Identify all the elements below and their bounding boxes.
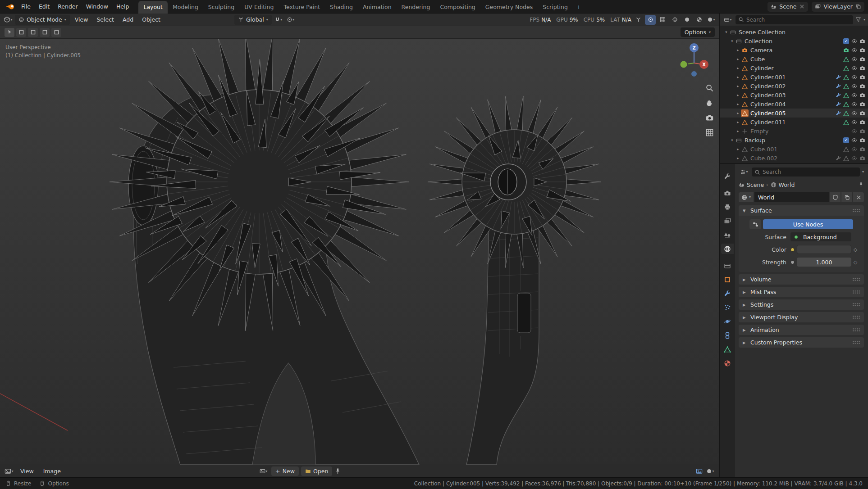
workspace-tab-uv-editing[interactable]: UV Editing [239, 1, 279, 14]
disclosure-icon[interactable]: ▾ [723, 30, 729, 34]
image-display-button[interactable]: ▾ [705, 466, 716, 476]
properties-search[interactable] [752, 168, 860, 177]
shading-rendered-button[interactable]: ▾ [706, 15, 717, 25]
unlink-scene-icon[interactable] [799, 4, 805, 9]
viewport-menu-add[interactable]: Add [119, 15, 137, 24]
disable-in-renders-camera-icon[interactable] [859, 155, 865, 161]
viewport-display-panel-header[interactable]: ▶ Viewport Display [739, 312, 864, 322]
properties-tab-output[interactable] [721, 202, 734, 212]
animation-panel-header[interactable]: ▶ Animation [739, 325, 864, 335]
viewport-menu-view[interactable]: View [71, 15, 92, 24]
gizmo-y-axis[interactable] [681, 61, 687, 68]
outliner-editor-type-button[interactable]: ▾ [722, 15, 733, 25]
disable-in-renders-camera-icon[interactable] [859, 65, 865, 71]
view-layer-selector[interactable]: ViewLayer [812, 2, 864, 12]
chevron-down-icon[interactable]: ▾ [862, 170, 864, 174]
open-image-button[interactable]: Open [301, 466, 332, 476]
outliner-search[interactable] [736, 15, 853, 24]
hide-in-viewport-eye-icon[interactable] [851, 56, 857, 62]
disable-in-renders-camera-icon[interactable] [859, 83, 865, 89]
disclosure-icon[interactable]: ▸ [735, 48, 741, 52]
disclosure-icon[interactable]: ▸ [735, 129, 741, 133]
node-tree-button[interactable] [749, 219, 761, 229]
panel-drag-grip[interactable] [852, 328, 860, 332]
disable-in-renders-camera-icon[interactable] [859, 74, 865, 80]
hide-in-viewport-eye-icon[interactable] [851, 119, 857, 125]
unlink-world-button[interactable] [853, 192, 864, 202]
settings-panel-header[interactable]: ▶ Settings [739, 299, 864, 310]
chevron-down-icon[interactable]: ▾ [863, 18, 865, 22]
xray-button[interactable] [657, 15, 668, 25]
outliner-row-cylinder-011[interactable]: ▸ Cylinder.011 [720, 118, 868, 127]
workspace-tab-scripting[interactable]: Scripting [538, 1, 573, 14]
disclosure-icon[interactable]: ▸ [735, 102, 741, 106]
properties-tab-object[interactable] [721, 274, 734, 285]
use-nodes-button[interactable]: Use Nodes [763, 219, 853, 229]
hide-in-viewport-eye-icon[interactable] [851, 110, 857, 116]
viewport-canvas[interactable]: Z X User Perspective (1) Collection | Cy… [0, 39, 719, 465]
disable-in-renders-camera-icon[interactable] [859, 128, 865, 134]
hide-in-viewport-eye-icon[interactable] [851, 146, 857, 152]
viewport-menu-object[interactable]: Object [138, 15, 164, 24]
hide-in-viewport-eye-icon[interactable] [851, 38, 857, 44]
render-result-icon[interactable] [696, 468, 703, 475]
outliner-row-collection[interactable]: ▾ Collection ✓ [720, 36, 868, 45]
viewport-3d-scene[interactable]: Z X [0, 39, 719, 465]
custom-properties-panel-header[interactable]: ▶ Custom Properties [739, 337, 864, 348]
select-mode-extend-button[interactable] [28, 28, 38, 37]
editor-type-button[interactable]: ▾ [3, 15, 14, 25]
new-view-layer-icon[interactable] [855, 4, 861, 9]
select-mode-new-button[interactable] [16, 28, 26, 37]
workspace-tab-shading[interactable]: Shading [325, 1, 358, 14]
outliner-row-cube-001[interactable]: ▸ Cube.001 [720, 145, 868, 154]
viewport-options-button[interactable]: Options ▾ [681, 27, 715, 37]
browse-image-button[interactable]: ▾ [258, 466, 269, 476]
hide-in-viewport-eye-icon[interactable] [851, 128, 857, 134]
outliner-row-scene-collection[interactable]: ▾ Scene Collection [720, 27, 868, 36]
strength-slider[interactable]: 1.000 [797, 258, 851, 267]
mist-pass-panel-header[interactable]: ▶ Mist Pass [739, 287, 864, 297]
properties-tab-collection[interactable] [721, 260, 734, 271]
workspace-tab-rendering[interactable]: Rendering [397, 1, 435, 14]
workspace-tab-compositing[interactable]: Compositing [435, 1, 480, 14]
disable-in-renders-camera-icon[interactable] [859, 110, 865, 116]
image-editor-type-button[interactable]: ▾ [4, 466, 14, 476]
outliner-row-cylinder-003[interactable]: ▸ Cylinder.003 [720, 91, 868, 100]
outliner-row-cylinder-005-active[interactable]: ▸ Cylinder.005 [720, 109, 868, 118]
surface-shader-dropdown[interactable]: Background [790, 232, 851, 241]
properties-tab-view-layer[interactable] [721, 216, 734, 226]
world-name-field[interactable]: World [754, 192, 829, 202]
properties-tab-constraints[interactable] [721, 330, 734, 340]
world-color-swatch[interactable] [797, 245, 851, 254]
disable-in-renders-camera-icon[interactable] [859, 47, 865, 53]
disable-in-renders-camera-icon[interactable] [859, 119, 865, 125]
breadcrumb-world[interactable]: World [779, 181, 795, 188]
image-menu-view[interactable]: View [17, 466, 37, 476]
hide-in-viewport-eye-icon[interactable] [851, 137, 857, 143]
menu-window[interactable]: Window [82, 1, 112, 12]
properties-tab-scene[interactable] [721, 230, 734, 240]
workspace-tab-layout[interactable]: Layout [138, 1, 168, 14]
panel-drag-grip[interactable] [852, 340, 860, 344]
browse-world-button[interactable]: ▾ [739, 192, 754, 202]
outliner-row-cube[interactable]: ▸ Cube [720, 54, 868, 63]
surface-panel-header[interactable]: ▼ Surface [739, 205, 864, 216]
transform-orientation-dropdown[interactable]: Global ▾ [234, 15, 272, 25]
panel-drag-grip[interactable] [852, 208, 860, 213]
properties-tab-object-data[interactable] [721, 344, 734, 354]
pin-icon[interactable] [334, 468, 341, 475]
new-image-button[interactable]: + New [271, 466, 299, 476]
disclosure-icon[interactable]: ▾ [729, 39, 735, 43]
select-mode-intersect-button[interactable] [51, 28, 61, 37]
properties-tab-render[interactable] [721, 188, 734, 198]
properties-tab-physics[interactable] [721, 316, 734, 326]
hide-in-viewport-eye-icon[interactable] [851, 101, 857, 107]
disable-in-renders-camera-icon[interactable] [859, 38, 865, 44]
disclosure-icon[interactable]: ▸ [735, 84, 741, 88]
outliner-row-cylinder-004[interactable]: ▸ Cylinder.004 [720, 100, 868, 109]
workspace-tab-texture-paint[interactable]: Texture Paint [279, 1, 325, 14]
properties-tab-material[interactable] [721, 358, 734, 368]
outliner-row-cylinder-002[interactable]: ▸ Cylinder.002 [720, 82, 868, 91]
disclosure-icon[interactable]: ▸ [735, 75, 741, 79]
pan-hand-icon[interactable] [705, 99, 714, 107]
